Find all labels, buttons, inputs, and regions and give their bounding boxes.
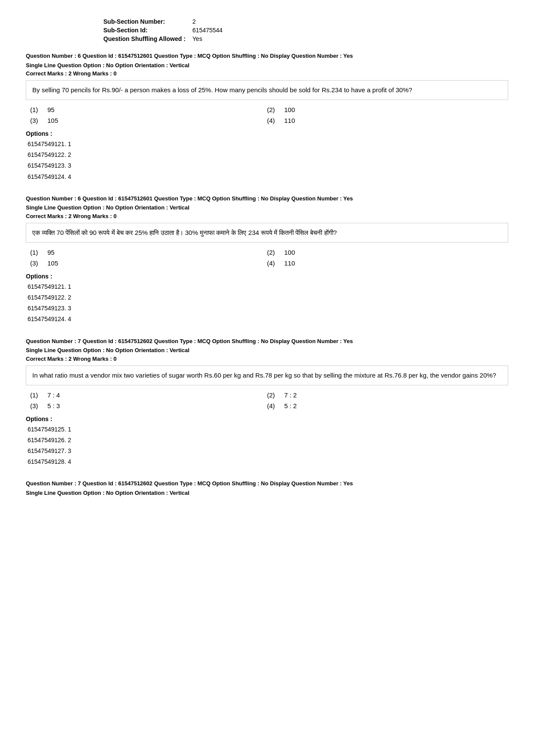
question-block-3: Question Number : 7 Question Id : 615475… [26, 479, 508, 497]
option-ids-0: 61547549121. 161547549122. 261547549123.… [28, 139, 508, 182]
question-text-2: In what ratio must a vendor mix two vari… [26, 366, 508, 385]
option-1-2: (1)7 : 4 [30, 390, 267, 400]
option-num: (3) [30, 402, 43, 409]
question-shuffling-label: Question Shuffling Allowed : [103, 34, 192, 43]
option-num: (4) [267, 259, 280, 267]
question-meta2-0: Single Line Question Option : No Option … [26, 61, 508, 70]
sub-section-id-value: 615475544 [192, 26, 230, 34]
option-ids-2: 61547549125. 161547549126. 261547549127.… [28, 424, 508, 468]
option-ids-1: 61547549121. 161547549122. 261547549123.… [28, 281, 508, 325]
option-id-row: 61547549128. 4 [28, 456, 508, 467]
option-4-1: (4)110 [267, 258, 504, 269]
question-meta2-3: Single Line Question Option : No Option … [26, 489, 508, 497]
option-val: 110 [284, 259, 295, 267]
option-num: (1) [30, 249, 43, 256]
option-id-row: 61547549123. 3 [28, 160, 508, 171]
question-text-0: By selling 70 pencils for Rs.90/- a pers… [26, 80, 508, 100]
option-4-2: (4)5 : 2 [267, 400, 504, 411]
option-num: (4) [267, 117, 280, 124]
option-val: 105 [47, 259, 58, 267]
option-num: (2) [267, 106, 280, 113]
option-id-row: 61547549126. 2 [28, 435, 508, 446]
question-shuffling-value: Yes [192, 34, 230, 43]
options-grid-2: (1)7 : 4(2)7 : 2(3)5 : 3(4)5 : 2 [30, 390, 504, 411]
sub-section-number-value: 2 [192, 17, 230, 26]
option-3-2: (3)5 : 3 [30, 400, 267, 411]
option-id-row: 61547549123. 3 [28, 303, 508, 314]
option-2-1: (2)100 [267, 247, 504, 258]
correct-marks-2: Correct Marks : 2 Wrong Marks : 0 [26, 356, 508, 362]
option-val: 7 : 4 [47, 391, 60, 399]
question-block-1: Question Number : 6 Question Id : 615475… [26, 194, 508, 325]
question-meta-2: Question Number : 7 Question Id : 615475… [26, 337, 508, 346]
option-num: (2) [267, 249, 280, 256]
option-3-1: (3)105 [30, 258, 267, 269]
header-info: Sub-Section Number: 2 Sub-Section Id: 61… [103, 17, 508, 43]
sub-section-number-label: Sub-Section Number: [103, 17, 192, 26]
question-block-0: Question Number : 6 Question Id : 615475… [26, 52, 508, 182]
option-id-row: 61547549121. 1 [28, 281, 508, 292]
option-val: 105 [47, 117, 58, 124]
correct-marks-1: Correct Marks : 2 Wrong Marks : 0 [26, 213, 508, 219]
option-val: 95 [47, 106, 55, 113]
options-label-1: Options : [26, 273, 508, 280]
option-val: 100 [284, 249, 295, 256]
question-meta-1: Question Number : 6 Question Id : 615475… [26, 194, 508, 203]
question-meta-0: Question Number : 6 Question Id : 615475… [26, 52, 508, 60]
option-id-row: 61547549127. 3 [28, 446, 508, 456]
question-meta-3: Question Number : 7 Question Id : 615475… [26, 479, 508, 488]
question-meta2-2: Single Line Question Option : No Option … [26, 346, 508, 355]
options-grid-0: (1)95(2)100(3)105(4)110 [30, 104, 504, 126]
option-id-row: 61547549124. 4 [28, 314, 508, 325]
option-id-row: 61547549122. 2 [28, 150, 508, 160]
sub-section-id-label: Sub-Section Id: [103, 26, 192, 34]
option-num: (3) [30, 117, 43, 124]
option-val: 7 : 2 [284, 391, 297, 399]
option-val: 5 : 3 [47, 402, 60, 409]
option-num: (4) [267, 402, 280, 409]
option-id-row: 61547549122. 2 [28, 292, 508, 303]
option-id-row: 61547549121. 1 [28, 139, 508, 150]
question-text-1: एक व्यक्ति 70 पेंसिलों को 90 रूपये में ब… [26, 223, 508, 243]
options-grid-1: (1)95(2)100(3)105(4)110 [30, 247, 504, 269]
option-num: (3) [30, 259, 43, 267]
option-1-1: (1)95 [30, 247, 267, 258]
option-1-0: (1)95 [30, 104, 267, 115]
option-id-row: 61547549124. 4 [28, 172, 508, 182]
options-label-0: Options : [26, 130, 508, 137]
correct-marks-0: Correct Marks : 2 Wrong Marks : 0 [26, 70, 508, 77]
questions-container: Question Number : 6 Question Id : 615475… [26, 52, 508, 497]
question-meta2-1: Single Line Question Option : No Option … [26, 203, 508, 212]
options-label-2: Options : [26, 415, 508, 422]
option-num: (2) [267, 391, 280, 399]
option-num: (1) [30, 391, 43, 399]
option-val: 100 [284, 106, 295, 113]
option-2-0: (2)100 [267, 104, 504, 115]
question-block-2: Question Number : 7 Question Id : 615475… [26, 337, 508, 468]
option-val: 95 [47, 249, 55, 256]
option-val: 5 : 2 [284, 402, 297, 409]
option-val: 110 [284, 117, 295, 124]
option-id-row: 61547549125. 1 [28, 424, 508, 435]
option-3-0: (3)105 [30, 115, 267, 126]
option-num: (1) [30, 106, 43, 113]
option-4-0: (4)110 [267, 115, 504, 126]
option-2-2: (2)7 : 2 [267, 390, 504, 400]
